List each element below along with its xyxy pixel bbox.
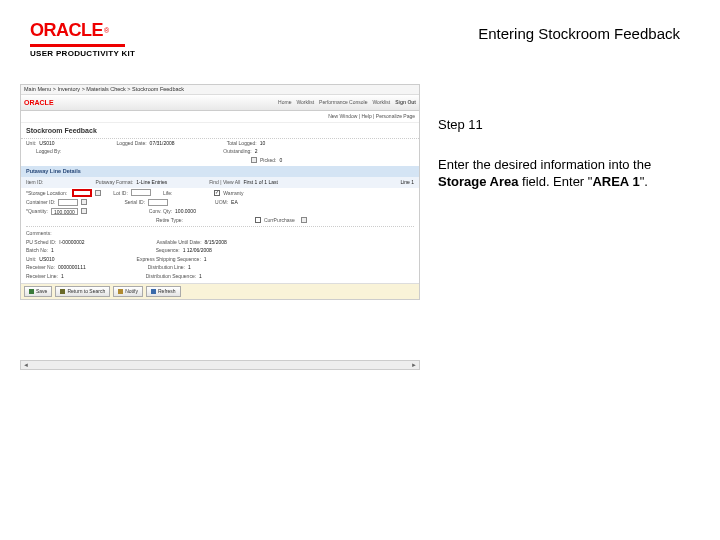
nav-perf[interactable]: Performance Console (319, 99, 367, 106)
dist-seq-label: Distribution Sequence: (146, 273, 196, 280)
unit2-label: Unit: (26, 256, 36, 263)
registered-mark: ® (104, 27, 109, 34)
batch-value: 1 (51, 247, 54, 254)
picked-label: Picked: (260, 157, 276, 164)
currpurchase-label: CurrPurchase (264, 217, 295, 224)
dist-line-value: 1 (188, 264, 191, 271)
item-id-label: Item ID: (26, 179, 44, 186)
nav-links[interactable]: Worklist (372, 99, 390, 106)
putaway-format-label: Putaway Format: (96, 179, 134, 186)
total-logged-label: Total Logged: (227, 140, 257, 147)
return-to-search-button[interactable]: Return to Search (55, 286, 110, 297)
sub-toolbar: New Window | Help | Personalize Page (21, 111, 419, 123)
pu-sched-label: PU Sched ID: (26, 239, 56, 246)
horizontal-scrollbar[interactable]: ◄ ► (20, 360, 420, 370)
picked-icon[interactable] (251, 157, 257, 163)
scroll-left-arrow[interactable]: ◄ (23, 362, 29, 368)
notify-button[interactable]: Notify (113, 286, 143, 297)
putaway-section-title: Putaway Line Details (26, 168, 81, 175)
shipseq-label: Express Shipping Sequence: (137, 256, 201, 263)
instruction-suffix: ". (640, 174, 648, 189)
currpurchase-checkbox[interactable] (255, 217, 261, 223)
find-nav[interactable]: First 1 of 1 Last (243, 179, 277, 186)
app-screenshot: Main Menu > Inventory > Materials Check … (20, 84, 420, 370)
screen-title: Stockroom Feedback (26, 126, 97, 135)
receiver-no-value: 0000000111 (58, 264, 86, 271)
nav-home[interactable]: Home (278, 99, 291, 106)
outstanding-label: Outstanding: (223, 148, 251, 155)
unit-label: Unit: (26, 140, 36, 147)
unit-value: US010 (39, 140, 54, 147)
logged-date-label: Logged Date: (117, 140, 147, 147)
unit2-value: US010 (39, 256, 54, 263)
oracle-wordmark: ORACLE (30, 20, 103, 41)
shipseq-value: 1 (204, 256, 207, 263)
quantity-label: *Quantity: (26, 208, 48, 215)
conv-qty-value: 100.0000 (175, 208, 196, 215)
sequence-value: 1 12/06/2008 (183, 247, 212, 254)
line-number: Line 1 (400, 179, 414, 186)
instruction-text: Enter the desired information into the S… (438, 156, 700, 191)
serial-input[interactable] (148, 199, 168, 206)
picked-value: 0 (279, 157, 282, 164)
logo-underline (30, 44, 125, 47)
retire-type-label: Retire Type: (156, 217, 183, 224)
currpurchase-icon[interactable] (301, 217, 307, 223)
receiver-line-label: Receiver Line: (26, 273, 58, 280)
sequence-label: Sequence: (156, 247, 180, 254)
notify-icon (118, 289, 123, 294)
save-button[interactable]: Save (24, 286, 52, 297)
instruction-prefix: Enter the desired information into the (438, 157, 651, 172)
conv-qty-label: Conv. Qty: (149, 208, 172, 215)
storage-lookup-icon[interactable] (95, 190, 101, 196)
page-title: Entering Stockroom Feedback (478, 20, 690, 42)
instruction-mid: field. Enter " (518, 174, 592, 189)
scroll-right-arrow[interactable]: ► (411, 362, 417, 368)
batch-label: Batch No: (26, 247, 48, 254)
container-label: Container ID: (26, 199, 55, 206)
nav-worklist[interactable]: Worklist (296, 99, 314, 106)
dist-line-label: Distribution Line: (148, 264, 185, 271)
nav-signout[interactable]: Sign Out (395, 99, 416, 106)
container-lookup-icon[interactable] (81, 199, 87, 205)
lot-input[interactable] (131, 189, 151, 196)
warranty-label: Warranty (223, 190, 243, 197)
pu-sched-value: I-00000002 (59, 239, 84, 246)
putaway-format-value: 1-Line Entries (136, 179, 167, 186)
refresh-button[interactable]: Refresh (146, 286, 181, 297)
search-icon (60, 289, 65, 294)
instruction-value: AREA 1 (592, 174, 639, 189)
lot-label: Lot ID: (113, 190, 128, 197)
storage-area-input[interactable] (72, 189, 92, 197)
save-icon (29, 289, 34, 294)
logged-by-label: Logged By: (36, 148, 61, 155)
total-logged-value: 10 (260, 140, 266, 147)
breadcrumb: Main Menu > Inventory > Materials Check … (24, 86, 184, 93)
refresh-icon (151, 289, 156, 294)
logged-date-value: 07/31/2008 (150, 140, 175, 147)
comments-label: Comments: (26, 230, 52, 237)
life-label: Life: (163, 190, 172, 197)
storage-location-label: *Storage Location: (26, 190, 67, 197)
quantity-input[interactable]: 100.0000 (51, 208, 78, 215)
quantity-lookup-icon[interactable] (81, 208, 87, 214)
receiver-line-value: 1 (61, 273, 64, 280)
serial-label: Serial ID: (124, 199, 145, 206)
warranty-checkbox[interactable] (214, 190, 220, 196)
uom-value: EA (231, 199, 238, 206)
receiver-no-label: Receiver No: (26, 264, 55, 271)
outstanding-value: 2 (255, 148, 258, 155)
instruction-field-name: Storage Area (438, 174, 518, 189)
oracle-logo-block: ORACLE ® USER PRODUCTIVITY KIT (30, 20, 135, 58)
avail-date-label: Available Until Date: (157, 239, 202, 246)
avail-date-value: 8/15/2008 (205, 239, 227, 246)
find-label[interactable]: Find | View All (209, 179, 240, 186)
container-input[interactable] (58, 199, 78, 206)
dist-seq-value: 1 (199, 273, 202, 280)
app-oracle-logo: ORACLE (24, 98, 54, 107)
uom-label: UOM: (215, 199, 228, 206)
product-name: USER PRODUCTIVITY KIT (30, 49, 135, 58)
step-label: Step 11 (438, 84, 700, 134)
